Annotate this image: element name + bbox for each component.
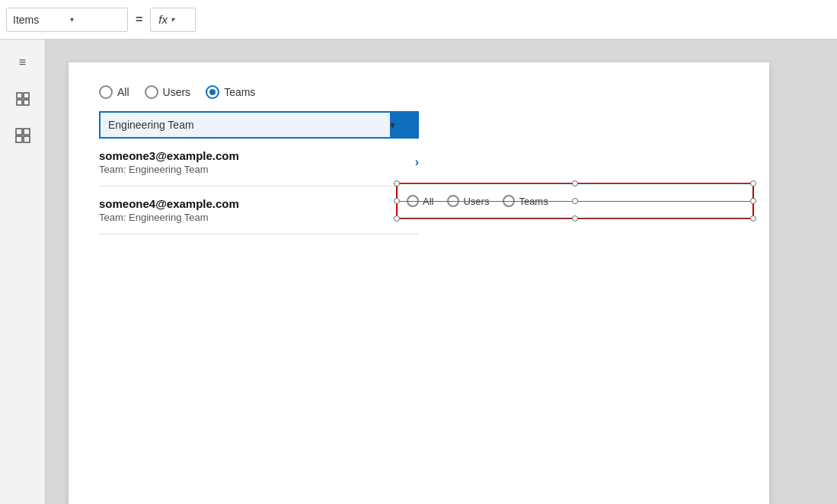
widget-radio-users-label: Users [463, 196, 489, 207]
list-item-1[interactable]: someone4@example.com Team: Engineering T… [99, 187, 419, 234]
widget-radio-all-circle [407, 195, 419, 207]
svg-rect-1 [24, 93, 29, 98]
radio-teams-label: Teams [224, 86, 255, 98]
canvas-area: All Users Teams Engineering Team [46, 40, 837, 504]
list-item-0-team: Team: Engineering Team [99, 164, 415, 175]
items-dropdown[interactable]: Items ▾ [6, 8, 128, 32]
list-item-0-chevron: › [415, 155, 419, 169]
widget-radio-group: All Users Teams [407, 190, 743, 212]
list-item-1-email: someone4@example.com [99, 197, 415, 210]
handle-bot-line2 [578, 219, 750, 219]
radio-teams-circle [206, 85, 219, 99]
svg-rect-3 [24, 100, 29, 105]
handle-top-right [750, 180, 756, 187]
toolbar: Items ▾ = fx ▾ [0, 0, 837, 40]
widget-radio-users[interactable]: Users [447, 195, 489, 207]
app-canvas: All Users Teams Engineering Team [69, 62, 769, 504]
svg-rect-2 [17, 100, 22, 105]
canvas-content: All Users Teams Engineering Team [69, 62, 769, 257]
svg-rect-4 [16, 129, 22, 135]
radio-teams[interactable]: Teams [206, 85, 255, 99]
svg-rect-6 [16, 136, 22, 142]
items-dropdown-label: Items [13, 14, 64, 26]
radio-all[interactable]: All [99, 85, 129, 99]
list-item-0[interactable]: someone3@example.com Team: Engineering T… [99, 139, 419, 187]
widget-radio-all-label: All [423, 196, 433, 207]
widget-radio-teams[interactable]: Teams [503, 195, 548, 207]
list-item-1-content: someone4@example.com Team: Engineering T… [99, 197, 415, 223]
widget-radio-teams-circle [503, 195, 515, 207]
fx-chevron: ▾ [171, 15, 174, 24]
svg-rect-0 [17, 93, 22, 98]
handle-top-row [394, 180, 756, 187]
main-layout: ≡ [0, 40, 837, 504]
widget-wrapper: All Users Teams [396, 183, 754, 219]
list-item-0-content: someone3@example.com Team: Engineering T… [99, 149, 415, 175]
radio-users-label: Users [163, 86, 191, 98]
handle-bot-right [750, 215, 756, 222]
components-icon[interactable] [12, 125, 34, 146]
items-dropdown-chevron: ▾ [70, 15, 121, 24]
handle-top-mid [572, 180, 578, 187]
menu-icon[interactable]: ≡ [12, 52, 34, 73]
fx-button[interactable]: fx ▾ [150, 8, 196, 32]
filter-radio-group: All Users Teams [99, 85, 739, 99]
equals-symbol: = [131, 13, 147, 27]
handle-top-line [400, 183, 572, 184]
sidebar: ≡ [0, 40, 46, 504]
widget-radio-users-circle [447, 195, 459, 207]
list-item-1-team: Team: Engineering Team [99, 212, 415, 223]
svg-rect-5 [24, 129, 30, 135]
team-dropdown-wrapper: Engineering Team ▾ [99, 111, 419, 139]
widget-radio-teams-label: Teams [519, 196, 548, 207]
handle-bot-row [394, 215, 756, 222]
team-dropdown-chevron: ▾ [390, 119, 417, 131]
widget-panel[interactable]: All Users Teams [396, 183, 754, 219]
radio-users[interactable]: Users [145, 85, 191, 99]
handle-bot-line [400, 219, 572, 219]
radio-all-label: All [117, 86, 129, 98]
radio-users-circle [145, 85, 158, 99]
handle-top-line2 [578, 183, 750, 184]
layers-icon[interactable] [12, 88, 34, 110]
widget-radio-all[interactable]: All [407, 195, 433, 207]
team-dropdown-value: Engineering Team [108, 119, 390, 131]
list-container: someone3@example.com Team: Engineering T… [99, 139, 419, 234]
svg-rect-7 [24, 136, 30, 142]
team-dropdown[interactable]: Engineering Team ▾ [99, 111, 419, 139]
fx-label: fx [158, 13, 168, 26]
handle-bot-mid [572, 215, 578, 222]
team-dropdown-btn[interactable]: ▾ [390, 111, 417, 139]
handle-mid-right [750, 198, 756, 204]
radio-all-circle [99, 85, 113, 99]
list-item-0-email: someone3@example.com [99, 149, 415, 162]
